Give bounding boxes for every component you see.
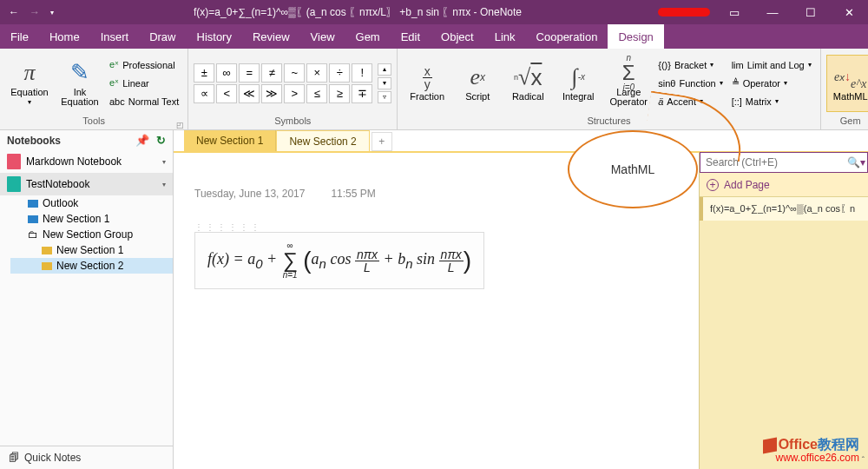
script-icon: ex — [470, 64, 485, 90]
symbol-cell[interactable]: × — [306, 63, 327, 83]
close-icon[interactable]: ✕ — [830, 0, 868, 24]
symbol-cell[interactable]: > — [284, 84, 305, 103]
add-section-button[interactable]: + — [372, 132, 392, 151]
operator-button[interactable]: ≜Operator▾ — [728, 75, 815, 92]
tab-history[interactable]: History — [187, 24, 242, 49]
section-item[interactable]: New Section 2 — [10, 258, 173, 274]
integral-button[interactable]: ∫-xIntegral — [554, 55, 602, 112]
symbol-cell[interactable]: < — [216, 84, 237, 103]
group-structures: xyFraction exScript n√xRadical ∫-xIntegr… — [398, 49, 821, 129]
bracket-button[interactable]: {()}Bracket▾ — [654, 56, 726, 74]
linear-button[interactable]: eˣLinear — [106, 75, 182, 92]
page-item[interactable]: f(x)=a_0+∑_(n=1)^∞▒(a_n cos〖n — [700, 197, 868, 221]
section-item[interactable]: New Section 1 — [10, 211, 173, 227]
menubar: FileHomeInsertDrawHistoryReviewViewGemEd… — [0, 24, 868, 49]
tab-design[interactable]: Design — [608, 24, 663, 49]
group-symbols: ±∞=≠~×÷!∝<≪≫>≤≥∓▴▾▿ Symbols — [188, 49, 398, 129]
tab-view[interactable]: View — [300, 24, 345, 49]
notebook-icon — [7, 154, 21, 169]
matrix-button[interactable]: [::]Matrix▾ — [728, 93, 815, 110]
search-icon[interactable]: 🔍▾ — [845, 156, 867, 168]
limit-button[interactable]: limLimit and Log▾ — [728, 56, 815, 74]
symbol-cell[interactable]: ≫ — [261, 84, 282, 103]
tab-edit[interactable]: Edit — [391, 24, 431, 49]
symbols-more-icon[interactable]: ▿ — [378, 91, 391, 103]
symbol-cell[interactable]: ∞ — [216, 63, 237, 83]
maximize-icon[interactable]: ☐ — [792, 0, 830, 24]
quick-notes-button[interactable]: 🗐 Quick Notes — [0, 446, 173, 469]
tab-insert[interactable]: Insert — [90, 24, 140, 49]
symbols-up-icon[interactable]: ▴ — [378, 63, 391, 76]
fraction-icon: xy — [423, 64, 432, 90]
dialog-launcher-icon[interactable]: ◰ — [176, 121, 184, 129]
script-button[interactable]: exScript — [453, 55, 502, 112]
large-operator-button[interactable]: nΣi=0Large Operator — [604, 55, 653, 112]
notebook-item[interactable]: TestNotebook▾ — [0, 173, 173, 195]
chevron-down-icon: ▾ — [162, 181, 166, 188]
symbols-down-icon[interactable]: ▾ — [378, 77, 391, 89]
section-group-item[interactable]: 🗀New Section Group — [10, 227, 173, 242]
symbol-cell[interactable]: ≤ — [306, 84, 327, 103]
tab-review[interactable]: Review — [242, 24, 300, 49]
plus-icon: + — [707, 179, 719, 191]
radical-icon: n√x — [514, 64, 542, 90]
professional-button[interactable]: eˣProfessional — [106, 56, 182, 74]
container-grip-icon[interactable]: ⋮⋮⋮⋮⋮⋮ — [194, 222, 678, 232]
section-icon — [42, 247, 52, 254]
symbol-cell[interactable]: ≥ — [329, 84, 350, 103]
forward-icon: → — [30, 6, 40, 18]
symbol-cell[interactable]: ∝ — [194, 84, 214, 103]
chevron-down-icon: ▾ — [162, 158, 166, 166]
symbol-cell[interactable]: ≪ — [239, 84, 260, 103]
tab-draw[interactable]: Draw — [139, 24, 186, 49]
watermark: Office教程网 www.office26.com — [763, 437, 859, 464]
collapse-ribbon-icon[interactable]: ˆ — [862, 456, 865, 466]
mathml-button[interactable]: ex↓e^x MathML — [826, 55, 868, 112]
section-icon — [28, 215, 38, 223]
integral-icon: ∫-x — [572, 64, 585, 90]
quicknotes-icon: 🗐 — [9, 452, 19, 464]
page-pane: 🔍▾ + Add Page f(x)=a_0+∑_(n=1)^∞▒(a_n co… — [699, 153, 868, 469]
symbol-cell[interactable]: ! — [352, 63, 372, 83]
symbol-cell[interactable]: ∓ — [352, 84, 372, 103]
folder-icon: 🗀 — [28, 228, 38, 241]
titlebar: ← → ▾ f(x)=a_0+∑_(n=1)^∞▒〖(a_n cos 〖nπx/… — [0, 0, 868, 24]
section-item[interactable]: Outlook — [10, 195, 173, 211]
tab-object[interactable]: Object — [431, 24, 484, 49]
ribbon-options-icon[interactable]: ▭ — [715, 0, 753, 24]
notebook-icon — [7, 176, 21, 192]
symbol-cell[interactable]: ~ — [284, 63, 305, 83]
ink-equation-button[interactable]: ✎ Ink Equation — [57, 55, 102, 112]
normal-text-button[interactable]: abcNormal Text — [106, 93, 182, 110]
fraction-button[interactable]: xyFraction — [403, 55, 451, 112]
minimize-icon[interactable]: — — [753, 0, 792, 24]
pin-icon[interactable]: 📌 — [135, 134, 149, 147]
function-button[interactable]: sinθFunction▾ — [654, 75, 726, 92]
add-page-button[interactable]: + Add Page — [700, 173, 868, 197]
symbol-cell[interactable]: = — [239, 63, 260, 83]
tab-link[interactable]: Link — [484, 24, 526, 49]
dropdown-icon: ▾ — [28, 99, 31, 106]
convert-stack: eˣProfessional eˣLinear abcNormal Text — [106, 56, 182, 110]
equation-container[interactable]: f(x) = a0 + ∞∑n=1 (an cos nπxL + bn sin … — [194, 232, 484, 289]
section-tab[interactable]: New Section 2 — [276, 130, 369, 151]
tab-file[interactable]: File — [0, 24, 39, 49]
notebook-item[interactable]: Markdown Notebook▾ — [0, 150, 173, 173]
back-icon[interactable]: ← — [9, 6, 19, 18]
symbol-cell[interactable]: ± — [194, 63, 214, 83]
group-tools: π Equation ▾ ✎ Ink Equation eˣProfession… — [0, 49, 188, 129]
redaction — [658, 8, 710, 17]
equation-button[interactable]: π Equation ▾ — [5, 55, 54, 112]
ink-icon: ✎ — [70, 60, 89, 86]
pi-icon: π — [23, 60, 35, 86]
qat-dropdown-icon[interactable]: ▾ — [50, 9, 54, 17]
symbol-cell[interactable]: ÷ — [329, 63, 350, 83]
tab-cooperation[interactable]: Cooperation — [526, 24, 608, 49]
tab-home[interactable]: Home — [39, 24, 90, 49]
tab-gem[interactable]: Gem — [345, 24, 391, 49]
radical-button[interactable]: n√xRadical — [503, 55, 552, 112]
symbol-cell[interactable]: ≠ — [261, 63, 282, 83]
section-tab[interactable]: New Section 1 — [184, 130, 276, 151]
section-item[interactable]: New Section 1 — [10, 242, 173, 258]
sync-icon[interactable]: ↻ — [156, 134, 166, 147]
